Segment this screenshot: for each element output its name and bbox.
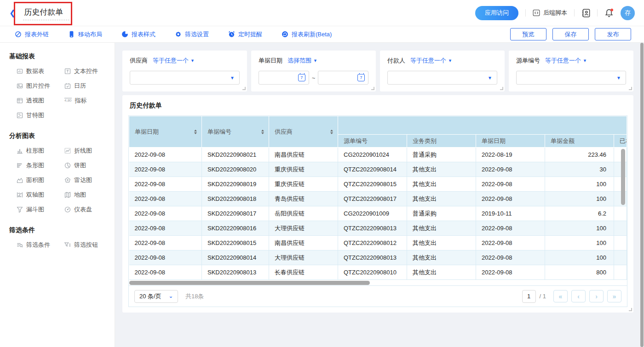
table-cell: SKD20220908017 bbox=[202, 206, 269, 221]
sidebar-widget-折线图[interactable]: 折线图 bbox=[64, 143, 115, 158]
table-cell: SKD20220908013 bbox=[202, 265, 269, 280]
sidebar-widget-甘特图[interactable]: 甘特图 bbox=[17, 108, 64, 123]
sidebar-widget-日历[interactable]: 日历 bbox=[64, 79, 115, 93]
table-cell: 223.46 bbox=[545, 148, 614, 162]
date-end-input[interactable]: 7 bbox=[318, 71, 368, 85]
report-name-input[interactable]: 历史付款单 bbox=[23, 6, 69, 20]
sidebar-widget-文本控件[interactable]: 文本控件 bbox=[64, 64, 115, 79]
next-page-button[interactable]: › bbox=[589, 290, 604, 302]
column-header[interactable]: 单据编号 bbox=[202, 116, 269, 148]
gantt-icon bbox=[17, 112, 23, 119]
filter-select-付款人[interactable]: ▼ bbox=[387, 71, 497, 85]
resize-handle[interactable] bbox=[629, 87, 632, 90]
last-page-button[interactable]: » bbox=[607, 290, 621, 302]
filter-widget-单据日期[interactable]: 单据日期选择范围▼7~7 bbox=[251, 51, 376, 91]
resize-handle[interactable] bbox=[242, 87, 246, 90]
sidebar-widget-饼图[interactable]: 饼图 bbox=[64, 158, 115, 173]
column-header[interactable]: 业务类别 bbox=[407, 135, 476, 148]
table-cell: SKD20220908021 bbox=[202, 148, 269, 162]
filter-select-供应商[interactable]: ▼ bbox=[130, 71, 240, 85]
page-number-input[interactable]: 1 bbox=[522, 290, 536, 303]
action-button-1[interactable]: 保存 bbox=[552, 28, 589, 40]
table-row: 2022-09-08SKD20220908016大理供应链QTZC2022090… bbox=[129, 221, 627, 236]
filter-select-源单编号[interactable]: ▼ bbox=[516, 71, 626, 85]
filter-widget-供应商[interactable]: 供应商等于任意一个▼▼ bbox=[122, 51, 247, 91]
table-vertical-scrollbar[interactable] bbox=[621, 149, 625, 205]
table-row: 2022-09-08SKD20220908018青岛供应链QTZC2022090… bbox=[129, 192, 627, 206]
filter-condition-link[interactable]: 选择范围▼ bbox=[288, 57, 317, 65]
report-canvas: 供应商等于任意一个▼▼单据日期选择范围▼7~7付款人等于任意一个▼▼源单编号等于… bbox=[115, 43, 644, 347]
sidebar-widget-雷达图[interactable]: 雷达图 bbox=[64, 173, 115, 188]
backend-script-button[interactable]: 后端脚本 bbox=[533, 9, 567, 17]
column-header[interactable]: 单据金额 bbox=[545, 135, 614, 148]
table-cell: SKD20220908015 bbox=[202, 236, 269, 250]
resize-handle[interactable] bbox=[629, 308, 632, 311]
image-widget-icon bbox=[17, 83, 23, 89]
sort-icon[interactable] bbox=[194, 130, 197, 134]
sidebar-widget-地图[interactable]: 地图 bbox=[64, 188, 115, 202]
column-header[interactable]: 单据日期 bbox=[129, 116, 202, 148]
toolbar-item-1[interactable]: 移动布局 bbox=[68, 30, 102, 39]
back-icon[interactable]: ❮ bbox=[9, 8, 16, 18]
column-header[interactable]: 已核销 bbox=[614, 135, 627, 148]
sidebar-widget-数据表[interactable]: 数据表 bbox=[17, 64, 64, 79]
sidebar-widget-图片控件[interactable]: 图片控件 bbox=[17, 79, 64, 93]
toolbar-item-0[interactable]: 报表外链 bbox=[15, 30, 49, 39]
table-cell: 100 bbox=[545, 250, 614, 265]
table-cell: 100 bbox=[545, 177, 614, 192]
column-header[interactable]: 供应商 bbox=[269, 116, 338, 148]
table-cell: 其他支出 bbox=[407, 162, 476, 177]
contacts-icon[interactable] bbox=[581, 9, 590, 17]
prev-page-button[interactable]: ‹ bbox=[571, 290, 586, 302]
sidebar-widget-透视图[interactable]: 透视图 bbox=[17, 93, 64, 108]
toolbar-item-5[interactable]: 报表刷新(Beta) bbox=[282, 30, 332, 39]
table-cell: 6.2 bbox=[545, 206, 614, 221]
toolbar-item-3[interactable]: 筛选设置 bbox=[175, 30, 209, 39]
resize-handle[interactable] bbox=[500, 87, 503, 90]
app-access-button[interactable]: 应用访问 bbox=[475, 6, 518, 20]
sidebar-widget-柱形图[interactable]: 柱形图 bbox=[17, 143, 64, 158]
table-row: 2022-09-08SKD20220908021南昌供应链CG202209010… bbox=[129, 148, 627, 162]
pie-style-icon bbox=[121, 31, 128, 38]
filter-widget-源单编号[interactable]: 源单编号等于任意一个▼▼ bbox=[509, 51, 633, 91]
toolbar-item-4[interactable]: 定时提醒 bbox=[228, 30, 262, 39]
toolbar-item-2[interactable]: 报表样式 bbox=[121, 30, 155, 39]
table-cell: 长春供应链 bbox=[269, 265, 338, 280]
sidebar-widget-指标[interactable]: 4,80指标 bbox=[64, 93, 115, 108]
column-chart-icon bbox=[17, 148, 23, 154]
user-avatar[interactable]: 存 bbox=[621, 6, 635, 20]
table-horizontal-scrollbar[interactable] bbox=[129, 281, 370, 285]
report-table-widget[interactable]: 历史付款单 单据日期单据编号供应商源单编号业务类别单据日期单据金额已核销 202… bbox=[122, 95, 633, 313]
sidebar-widget-漏斗图[interactable]: 漏斗图 bbox=[17, 202, 64, 217]
date-start-input[interactable]: 7 bbox=[259, 71, 309, 85]
filter-widget-付款人[interactable]: 付款人等于任意一个▼▼ bbox=[380, 51, 505, 91]
caret-down-icon: ▼ bbox=[488, 75, 492, 80]
canvas-vertical-scrollbar[interactable] bbox=[640, 43, 644, 347]
divider bbox=[597, 9, 598, 17]
first-page-button[interactable]: « bbox=[553, 290, 568, 302]
sidebar-widget-面积图[interactable]: 面积图 bbox=[17, 173, 64, 188]
sidebar-widget-条形图[interactable]: 条形图 bbox=[17, 158, 64, 173]
action-button-0[interactable]: 预览 bbox=[510, 28, 546, 40]
table-row: 2022-09-08SKD20220908020重庆供应链QTZC2022090… bbox=[129, 162, 627, 177]
sidebar-widget-仪表盘[interactable]: 仪表盘 bbox=[64, 202, 115, 217]
filter-condition-link[interactable]: 等于任意一个▼ bbox=[153, 57, 195, 65]
sidebar-widget-筛选按钮[interactable]: 筛选按钮 bbox=[64, 238, 115, 252]
filter-condition-link[interactable]: 等于任意一个▼ bbox=[545, 57, 587, 65]
widget-sidebar: 基础报表数据表文本控件图片控件日历透视图4,80指标甘特图分析图表柱形图折线图条… bbox=[0, 43, 115, 347]
column-header[interactable]: 源单编号 bbox=[338, 135, 407, 148]
caret-down-icon: ▼ bbox=[230, 75, 235, 80]
notification-bell-icon[interactable] bbox=[604, 8, 614, 17]
sort-icon[interactable] bbox=[261, 130, 264, 134]
table-cell: 其他支出 bbox=[407, 250, 476, 265]
mobile-icon bbox=[68, 31, 75, 38]
sidebar-widget-筛选条件[interactable]: 筛选条件 bbox=[17, 238, 64, 252]
column-header[interactable]: 单据日期 bbox=[476, 135, 545, 148]
page-size-select[interactable]: 20 条/页 ⌄ bbox=[134, 290, 178, 303]
calendar-icon bbox=[64, 83, 71, 89]
resize-handle[interactable] bbox=[371, 87, 374, 90]
action-button-2[interactable]: 发布 bbox=[595, 28, 631, 40]
filter-condition-link[interactable]: 等于任意一个▼ bbox=[410, 57, 452, 65]
sidebar-widget-双轴图[interactable]: 双轴图 bbox=[17, 188, 64, 202]
sort-icon[interactable] bbox=[330, 130, 333, 134]
